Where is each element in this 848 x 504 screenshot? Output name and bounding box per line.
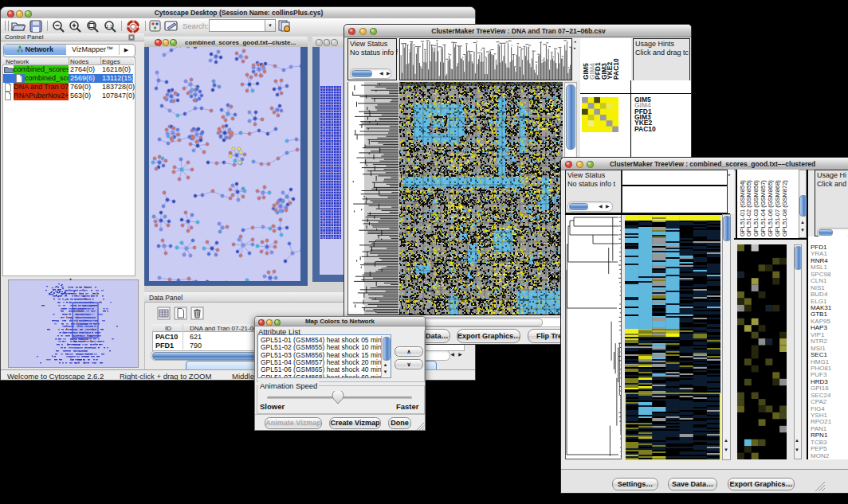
svg-text:GPL51-02 (GSM855): GPL51-02 (GSM855) — [745, 180, 752, 236]
svg-text:1:1: 1:1 — [106, 24, 113, 29]
svg-text:GPL51-06 (GSM865): GPL51-06 (GSM865) — [767, 180, 774, 236]
svg-text:GPL51-01 (GSM854): GPL51-01 (GSM854) — [739, 180, 746, 236]
svg-text:GPL51-07 (GSM868): GPL51-07 (GSM868) — [774, 180, 781, 236]
svg-text:GPL51-04 (GSM857): GPL51-04 (GSM857) — [760, 180, 767, 236]
svg-text:PAC10: PAC10 — [612, 58, 620, 80]
svg-text:GPL51-08 (GSM872): GPL51-08 (GSM872) — [781, 180, 788, 236]
svg-text:GPL51-03 (GSM856): GPL51-03 (GSM856) — [752, 180, 760, 236]
